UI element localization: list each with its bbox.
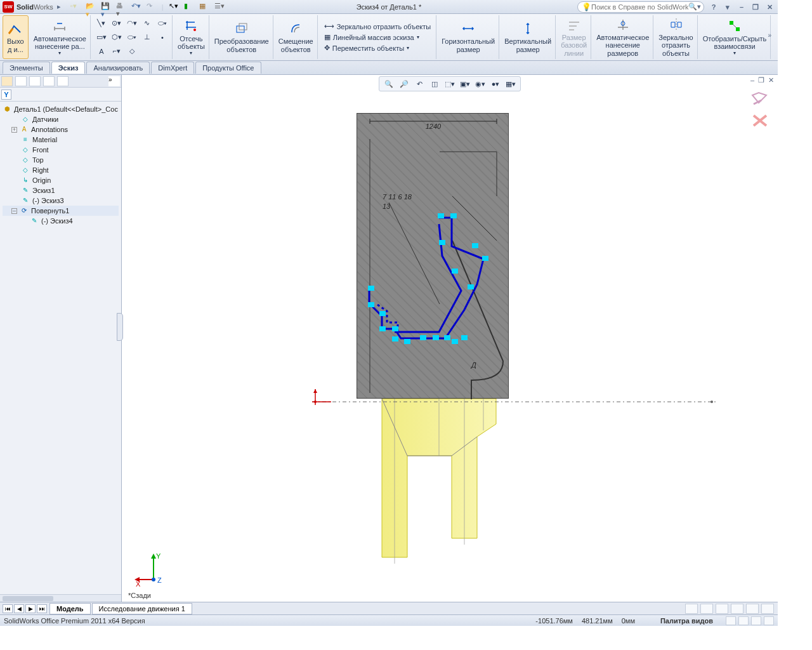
offset-button[interactable]: Смещение объектов bbox=[275, 15, 318, 59]
help-dropdown-icon[interactable]: ▾ bbox=[723, 3, 732, 11]
prev-tab-icon[interactable]: ◀ bbox=[14, 604, 24, 613]
close-button[interactable]: ✕ bbox=[765, 3, 774, 11]
auto-dim2-button[interactable]: Автоматическое нанесение размеров bbox=[593, 15, 653, 59]
tab-sketch[interactable]: Эскиз bbox=[51, 62, 86, 74]
last-tab-icon[interactable]: ⏭ bbox=[37, 604, 47, 613]
rect-icon[interactable]: ▭▾ bbox=[95, 31, 108, 44]
side-hscroll[interactable] bbox=[0, 594, 121, 602]
circle-icon[interactable]: ⊙▾ bbox=[110, 17, 124, 30]
spline-icon[interactable]: ∿ bbox=[140, 17, 154, 30]
save-icon[interactable]: 💾▾ bbox=[101, 2, 111, 12]
convert-button[interactable]: Преобразование объектов bbox=[211, 15, 273, 59]
filter-icon[interactable]: Y bbox=[1, 90, 11, 100]
trim-button[interactable]: Отсечь объекты ▾ bbox=[174, 15, 209, 59]
slot-icon[interactable]: ⬭▾ bbox=[125, 31, 139, 44]
ellipse-icon[interactable]: ⬭▾ bbox=[155, 17, 169, 30]
dropdown-icon[interactable]: ▾ bbox=[417, 34, 419, 40]
prev-view-icon[interactable]: ↶ bbox=[414, 78, 425, 90]
text-icon[interactable]: A bbox=[95, 45, 108, 58]
search-icon[interactable]: 🔍▾ bbox=[688, 3, 701, 11]
dropdown-icon[interactable]: ▾ bbox=[190, 50, 192, 56]
display-style-icon[interactable]: ▣▾ bbox=[459, 78, 471, 90]
view-orient-icon[interactable]: ⬚▾ bbox=[444, 78, 455, 90]
display-tab-icon[interactable] bbox=[57, 76, 69, 86]
panel-collapse-icon[interactable]: » bbox=[108, 76, 120, 86]
zoom-area-icon[interactable]: 🔎 bbox=[398, 78, 410, 90]
polygon-icon[interactable]: ⬡▾ bbox=[110, 31, 124, 44]
model-tab[interactable]: Модель bbox=[49, 603, 91, 614]
motion-study-tab[interactable]: Исследование движения 1 bbox=[92, 603, 192, 614]
status-icon-4[interactable] bbox=[764, 616, 774, 625]
point-icon[interactable]: • bbox=[155, 31, 169, 44]
design-library-icon[interactable] bbox=[700, 604, 713, 614]
select-icon[interactable]: ↖▾ bbox=[169, 2, 179, 12]
plane-icon[interactable]: ◇ bbox=[125, 45, 139, 58]
mirror-label[interactable]: Зеркально отразить объекты bbox=[337, 23, 431, 30]
help-search[interactable]: 💡 🔍▾ bbox=[577, 1, 704, 13]
tree-node[interactable]: ✎Эскиз1 bbox=[3, 185, 119, 196]
minimize-button[interactable]: – bbox=[737, 3, 746, 11]
appearances-icon[interactable] bbox=[746, 604, 759, 614]
doc-close-icon[interactable]: ✕ bbox=[768, 76, 774, 84]
tab-analyze[interactable]: Анализировать bbox=[86, 62, 150, 74]
options-icon[interactable]: ▦ bbox=[199, 2, 209, 12]
tree-node[interactable]: ↳Origin bbox=[3, 175, 119, 185]
move-icon[interactable]: ✥ bbox=[324, 44, 330, 52]
zoom-fit-icon[interactable]: 🔍 bbox=[383, 78, 395, 90]
dropdown-icon[interactable]: ▾ bbox=[733, 50, 736, 56]
linear-pattern-icon[interactable]: ▦ bbox=[324, 33, 331, 41]
tree-node[interactable]: ◇Top bbox=[3, 155, 119, 165]
tree-node[interactable]: ◇Right bbox=[3, 165, 119, 175]
line-icon[interactable]: ╲▾ bbox=[95, 17, 108, 30]
panel-expander-handle[interactable] bbox=[117, 313, 123, 341]
status-icon-1[interactable] bbox=[726, 616, 736, 625]
mirror-icon[interactable]: ⟷ bbox=[324, 22, 334, 30]
tab-office[interactable]: Продукты Office bbox=[195, 62, 261, 74]
perpendicular-icon[interactable]: ⊥ bbox=[140, 31, 154, 44]
ribbon-overflow-icon[interactable]: » bbox=[768, 32, 771, 39]
doc-restore-icon[interactable]: ❐ bbox=[758, 76, 764, 84]
view-settings-icon[interactable]: ▦▾ bbox=[505, 78, 516, 90]
status-icon-2[interactable] bbox=[738, 616, 749, 625]
exit-sketch-button[interactable]: Выхо д и... bbox=[3, 15, 29, 59]
tree-root[interactable]: ⬢ Деталь1 (Default<<Default>_Сос bbox=[3, 104, 119, 114]
expand-icon[interactable]: – bbox=[11, 208, 17, 214]
status-palette[interactable]: Палитра видов bbox=[660, 617, 713, 625]
display-relations-button[interactable]: Отобразить/Скрыть взаимосвязи ▾ bbox=[699, 15, 771, 59]
next-tab-icon[interactable]: ▶ bbox=[25, 604, 36, 613]
views-icon[interactable]: ☰▾ bbox=[214, 2, 225, 12]
menu-expand-icon[interactable]: ▸ bbox=[57, 3, 61, 11]
status-icon-3[interactable] bbox=[751, 616, 761, 625]
tree-node[interactable]: ✎(-) Эскиз4 bbox=[3, 216, 119, 226]
featuremanager-tab-icon[interactable] bbox=[1, 76, 13, 86]
propertymanager-tab-icon[interactable] bbox=[15, 76, 27, 86]
help-search-input[interactable] bbox=[591, 3, 688, 11]
tree-node[interactable]: +AAnnotations bbox=[3, 124, 119, 135]
configmanager-tab-icon[interactable] bbox=[29, 76, 41, 86]
section-icon[interactable]: ◫ bbox=[429, 78, 440, 90]
restore-button[interactable]: ❐ bbox=[751, 3, 760, 11]
redo-icon[interactable]: ↷ bbox=[147, 2, 157, 12]
move-label[interactable]: Переместить объекты bbox=[332, 44, 404, 52]
tree-node[interactable]: ≡Material bbox=[3, 135, 119, 145]
undo-icon[interactable]: ↶▾ bbox=[131, 2, 141, 12]
doc-minimize-icon[interactable]: – bbox=[750, 76, 754, 84]
constraint-markers[interactable] bbox=[357, 113, 509, 399]
tree-node[interactable]: –⟳Повернуть1 bbox=[3, 206, 119, 216]
help-button[interactable]: ? bbox=[709, 3, 718, 11]
vdim-button[interactable]: Вертикальный размер bbox=[501, 15, 556, 59]
linear-label[interactable]: Линейный массив эскиза bbox=[333, 34, 414, 41]
auto-dimension-button[interactable]: Автоматическое нанесение ра... ▾ bbox=[30, 15, 91, 59]
first-tab-icon[interactable]: ⏮ bbox=[3, 604, 13, 613]
graphics-area[interactable]: 🔍 🔎 ↶ ◫ ⬚▾ ▣▾ ◉▾ ●▾ ▦▾ – ❐ ✕ 1240 13 7 bbox=[122, 75, 778, 602]
dropdown-icon[interactable]: ▾ bbox=[407, 45, 409, 51]
mirror2-button[interactable]: Зеркально отразить объекты bbox=[655, 15, 697, 59]
feature-tree[interactable]: ⬢ Деталь1 (Default<<Default>_Сос ◇Датчик… bbox=[0, 102, 121, 594]
home-icon[interactable] bbox=[685, 604, 698, 614]
custom-props-icon[interactable] bbox=[761, 604, 774, 614]
file-explorer-icon[interactable] bbox=[716, 604, 728, 614]
new-icon[interactable]: ▫▾ bbox=[70, 2, 81, 12]
dropdown-icon[interactable]: ▾ bbox=[58, 50, 61, 56]
scene-icon[interactable]: ●▾ bbox=[490, 78, 501, 90]
tree-node[interactable]: ✎(-) Эскиз3 bbox=[3, 196, 119, 206]
